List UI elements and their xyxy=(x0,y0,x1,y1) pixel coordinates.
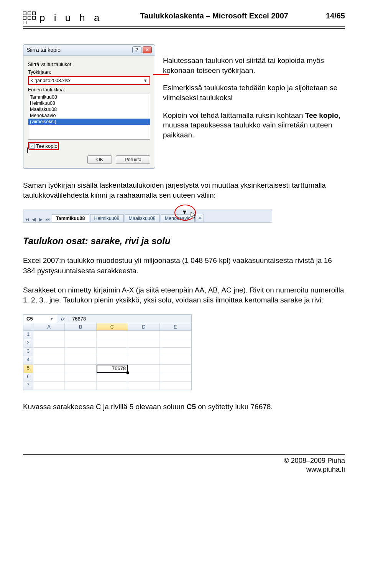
row-header[interactable]: 7 xyxy=(23,382,33,390)
note-para: Kopioin voi tehdä laittamalla ruksin koh… xyxy=(163,111,345,140)
col-header[interactable]: D xyxy=(128,323,159,330)
page-number: 14/65 xyxy=(326,12,345,20)
cursor-icon xyxy=(191,211,197,219)
help-icon[interactable]: ? xyxy=(132,46,141,53)
row-header-selected[interactable]: 5 xyxy=(23,365,33,373)
nav-next-icon[interactable]: ▶ xyxy=(37,216,44,222)
name-box[interactable]: C5 ▼ xyxy=(23,315,57,323)
nav-last-icon[interactable]: ⏭ xyxy=(44,217,51,222)
note-para: Halutessaan taulukon voi siirtää tai kop… xyxy=(163,56,345,75)
label-workbook: Työkirjaan: xyxy=(28,69,150,75)
annotation-text: Halutessaan taulukon voi siirtää tai kop… xyxy=(163,44,345,147)
active-cell[interactable]: 76678 xyxy=(97,365,128,373)
before-sheet-listbox[interactable]: Tammikuu08 Helmikuu08 Maaliskuu08 Menoka… xyxy=(28,94,150,140)
row-header[interactable]: 6 xyxy=(23,373,33,381)
list-item[interactable]: Maaliskuu08 xyxy=(28,106,150,112)
nav-first-icon[interactable]: ⏮ xyxy=(23,217,30,222)
chevron-down-icon[interactable]: ▾ xyxy=(143,78,148,83)
list-item[interactable]: Helmikuu08 xyxy=(28,100,150,106)
row-header[interactable]: 2 xyxy=(23,339,33,347)
list-item-selected[interactable]: (viimeiseksi) xyxy=(28,119,150,125)
paragraph-reorder: Saman työkirjan sisällä laskentataulukoi… xyxy=(23,180,345,200)
callout-line xyxy=(153,74,169,75)
footer-url: www.piuha.fi xyxy=(23,465,345,474)
section-heading: Taulukon osat: sarake, rivi ja solu xyxy=(23,236,345,246)
row-header[interactable]: 4 xyxy=(23,356,33,364)
brand-logo: p i u h a xyxy=(23,12,103,24)
sheet-tab[interactable]: Maaliskuu08 xyxy=(125,214,160,222)
paragraph-naming: Sarakkeet on nimetty kirjaimin A-X (ja s… xyxy=(23,285,345,305)
col-header[interactable]: E xyxy=(160,323,191,330)
page-footer: © 2008–2009 Piuha www.piuha.fi xyxy=(23,454,345,474)
nav-prev-icon[interactable]: ◀ xyxy=(30,216,37,222)
row-header[interactable]: 1 xyxy=(23,331,33,339)
spreadsheet-grid: C5 ▼ fx 76678 A B C D E 1 2 3 4 576678 6… xyxy=(23,314,192,390)
col-header[interactable]: B xyxy=(65,323,96,330)
label-move: Siirrä valitut taulukot xyxy=(28,62,150,67)
workbook-combo-value: Kirjanpito2008.xlsx xyxy=(30,78,71,83)
paragraph-caption: Kuvassa sarakkeessa C ja rivillä 5 oleva… xyxy=(23,402,345,412)
brand-text: p i u h a xyxy=(39,12,103,24)
select-all-corner[interactable] xyxy=(23,323,33,330)
formula-bar[interactable]: 76678 xyxy=(69,315,89,323)
sheet-tab-strip: ⏮ ◀ ▶ ⏭ Tammikuu08 Helmikuu08 Maaliskuu0… xyxy=(23,210,272,223)
chevron-down-icon[interactable]: ▼ xyxy=(50,317,54,321)
create-copy-checkbox[interactable]: ✓ Tee kopio xyxy=(28,142,59,150)
fx-icon[interactable]: fx xyxy=(57,316,69,322)
ok-button[interactable]: OK xyxy=(87,155,112,164)
row-header[interactable]: 3 xyxy=(23,348,33,356)
workbook-combo[interactable]: Kirjanpito2008.xlsx ▾ xyxy=(28,76,150,85)
page-header: p i u h a Taulukkolaskenta – Microsoft E… xyxy=(23,12,345,27)
list-item[interactable]: Menokaavio xyxy=(28,112,150,119)
sheet-tab[interactable]: Helmikuu08 xyxy=(90,214,124,222)
footer-copyright: © 2008–2009 Piuha xyxy=(23,456,345,465)
col-header[interactable]: A xyxy=(33,323,65,330)
move-or-copy-dialog: Siirrä tai kopioi ? ✕ Siirrä valitut tau… xyxy=(23,44,155,169)
sheet-tab[interactable]: Tammikuu08 xyxy=(52,214,89,222)
doc-title: Taulukkolaskenta – Microsoft Excel 2007 xyxy=(103,12,326,20)
column-headers: A B C D E xyxy=(23,323,191,331)
cancel-button[interactable]: Peruuta xyxy=(116,155,150,164)
col-header-selected[interactable]: C xyxy=(97,323,128,330)
close-icon[interactable]: ✕ xyxy=(143,46,152,53)
note-para: Esimerkissä taulukosta tehdään kopio ja … xyxy=(163,83,345,102)
new-sheet-tab[interactable]: ✧ xyxy=(196,214,204,222)
label-before: Ennen taulukkoa: xyxy=(28,87,150,92)
checkbox-label: Tee kopio xyxy=(36,143,58,149)
checkbox-icon[interactable]: ✓ xyxy=(30,144,34,149)
list-item[interactable]: Tammikuu08 xyxy=(28,94,150,100)
paragraph-size: Excel 2007:n taulukko muodostuu yli milj… xyxy=(23,256,345,276)
dialog-title: Siirrä tai kopioi xyxy=(26,47,62,53)
